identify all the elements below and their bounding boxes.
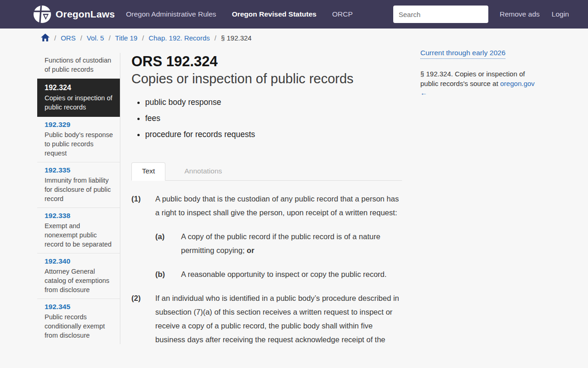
topic-bullet: public body response <box>145 98 402 107</box>
paragraph-number: (2) <box>131 291 155 346</box>
breadcrumb-separator: / <box>54 34 56 42</box>
sidebar-item-192-329[interactable]: 192.329 Public body’s response to public… <box>37 117 120 162</box>
statute-paragraph-1: (1) A public body that is the custodian … <box>131 192 402 219</box>
right-info-rail: Current through early 2026 § 192.324. Co… <box>420 49 541 98</box>
breadcrumb-vol-5[interactable]: Vol. 5 <box>87 34 104 42</box>
statute-paragraph-2: (2) If an individual who is identified i… <box>131 291 402 346</box>
sidebar-item-number: 192.345 <box>45 302 113 311</box>
breadcrumb: / ORS / Vol. 5 / Title 19 / Chap. 192. R… <box>41 31 252 44</box>
login-link[interactable]: Login <box>552 10 569 18</box>
page-title: ORS 192.324 <box>131 53 402 70</box>
topic-bullet-list: public body response fees procedure for … <box>131 98 402 139</box>
sidebar-item-192-345[interactable]: 192.345 Public records conditionally exe… <box>37 299 120 344</box>
sidebar-item-title: Copies or inspection of public records <box>45 94 113 111</box>
brand-logo[interactable]: OregonLaws <box>33 5 115 23</box>
statute-list-sidebar: Functions of custodian of public records… <box>37 53 120 344</box>
breadcrumb-separator: / <box>80 34 82 42</box>
sidebar-item-192-318[interactable]: Functions of custodian of public records <box>37 53 120 79</box>
header-right-links: Remove ads Login <box>500 10 569 18</box>
sidebar-item-number: 192.340 <box>45 256 113 266</box>
statute-main-content: ORS 192.324 Copies or inspection of publ… <box>131 49 402 356</box>
sidebar-item-192-338[interactable]: 192.338 Exempt and nonexempt public reco… <box>37 208 120 253</box>
sidebar-item-title: Functions of custodian of public records <box>45 57 111 73</box>
paragraph-text: A public body that is the custodian of a… <box>155 192 402 219</box>
sidebar-item-number: 192.335 <box>45 165 113 175</box>
breadcrumb-chap-192[interactable]: Chap. 192. Records <box>148 34 209 42</box>
nav-oregon-administrative-rules[interactable]: Oregon Administrative Rules <box>126 10 216 18</box>
page-subtitle: Copies or inspection of public records <box>131 70 402 87</box>
topic-bullet: procedure for records requests <box>145 130 402 139</box>
paragraph-text: A reasonable opportunity to inspect or c… <box>181 267 387 281</box>
sidebar-item-title: Attorney General catalog of exemptions f… <box>45 268 109 293</box>
breadcrumb-separator: / <box>108 34 110 42</box>
breadcrumb-separator: / <box>142 34 144 42</box>
sidebar-item-192-335[interactable]: 192.335 Immunity from liability for disc… <box>37 162 120 208</box>
paragraph-number: (1) <box>131 192 155 219</box>
content-tab-bar: Text Annotations <box>131 162 402 181</box>
home-icon[interactable] <box>41 34 50 42</box>
remove-ads-link[interactable]: Remove ads <box>500 10 540 18</box>
sidebar-item-title: Immunity from liability for disclosure o… <box>45 177 111 202</box>
sidebar-item-title: Public records conditionally exempt from… <box>45 313 105 339</box>
statute-text-body: (1) A public body that is the custodian … <box>131 192 402 346</box>
sidebar-item-192-340[interactable]: 192.340 Attorney General catalog of exem… <box>37 253 120 299</box>
sidebar-item-number: 192.338 <box>45 211 113 220</box>
paragraph-number: (a) <box>155 230 181 257</box>
nav-oregon-revised-statutes[interactable]: Oregon Revised Statutes <box>232 10 317 18</box>
breadcrumb-title-19[interactable]: Title 19 <box>115 34 138 42</box>
top-navbar: OregonLaws Oregon Administrative Rules O… <box>0 0 588 29</box>
sidebar-item-title: Public body’s response to public records… <box>45 131 113 157</box>
source-note: § 192.324. Copies or inspection of publi… <box>420 69 541 98</box>
tab-text[interactable]: Text <box>131 162 165 181</box>
brand-name: OregonLaws <box>56 9 115 20</box>
paragraph-text: If an individual who is identified in a … <box>155 291 402 346</box>
statute-paragraph-1a: (a) A copy of the public record if the p… <box>155 230 402 257</box>
topic-bullet: fees <box>145 114 402 123</box>
sidebar-item-192-324-active[interactable]: 192.324 Copies or inspection of public r… <box>37 79 120 117</box>
search-input[interactable] <box>393 6 488 23</box>
breadcrumb-ors[interactable]: ORS <box>61 34 76 42</box>
breadcrumb-current-section: § 192.324 <box>221 34 252 42</box>
sidebar-item-number: 192.324 <box>45 83 113 92</box>
sidebar-item-title: Exempt and nonexempt public record to be… <box>45 222 112 248</box>
primary-nav: Oregon Administrative Rules Oregon Revis… <box>126 10 353 18</box>
oregonlaws-logo-icon <box>33 5 51 23</box>
statute-paragraph-1b: (b) A reasonable opportunity to inspect … <box>155 267 402 281</box>
sidebar-item-number: 192.329 <box>45 120 113 129</box>
tab-annotations[interactable]: Annotations <box>174 162 232 180</box>
nav-orcp[interactable]: ORCP <box>332 10 353 18</box>
current-through-link[interactable]: Current through early 2026 <box>420 49 505 59</box>
paragraph-text: A copy of the public record if the publi… <box>181 230 402 257</box>
paragraph-number: (b) <box>155 267 181 281</box>
breadcrumb-separator: / <box>215 34 216 42</box>
